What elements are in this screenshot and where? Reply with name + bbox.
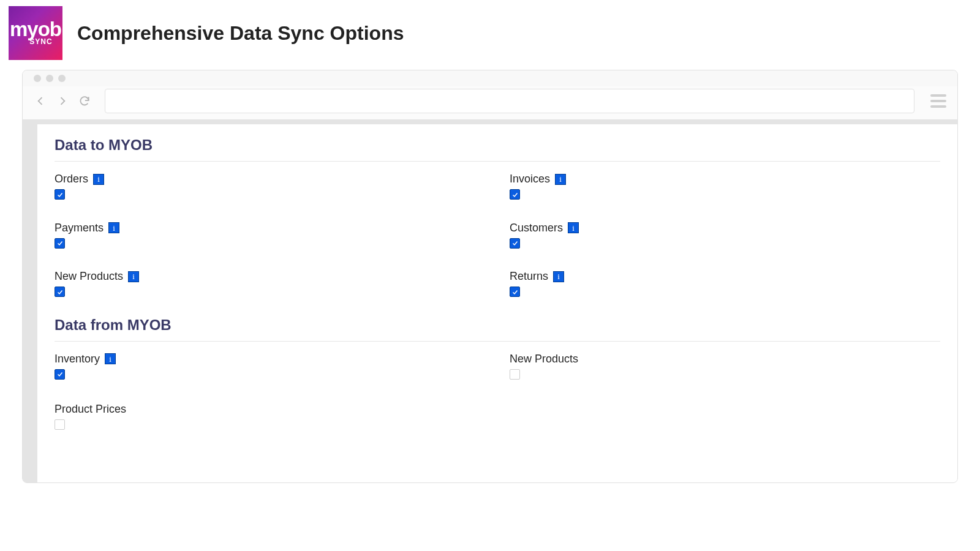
option-label-row: Paymentsi (55, 222, 485, 234)
info-icon[interactable]: i (555, 174, 566, 185)
checkbox-invoices[interactable] (510, 189, 520, 200)
traffic-light-close[interactable] (34, 75, 41, 82)
section-title-from-myob: Data from MYOB (55, 317, 940, 334)
section-title-to-myob: Data to MYOB (55, 137, 940, 154)
info-icon[interactable]: i (105, 353, 116, 364)
option-label: Payments (55, 222, 104, 234)
option-label: Returns (510, 270, 548, 283)
checkbox-customers[interactable] (510, 238, 520, 249)
myob-sync-logo: myob SYNC (9, 6, 62, 60)
option-label: Customers (510, 222, 563, 234)
option-customers: Customersi (510, 222, 940, 250)
divider (55, 161, 940, 162)
checkbox-new-products[interactable] (55, 287, 65, 297)
info-icon[interactable]: i (568, 222, 579, 233)
options-grid-to-myob: OrdersiInvoicesiPaymentsiCustomersiNew P… (55, 173, 940, 298)
option-label-row: New Products (510, 353, 940, 365)
option-new-products: New Products (510, 353, 940, 382)
option-inventory: Inventoryi (55, 353, 485, 382)
option-label-row: Inventoryi (55, 353, 485, 365)
option-label-row: Product Prices (55, 403, 485, 416)
content-inner: Data to MYOB OrdersiInvoicesiPaymentsiCu… (37, 124, 957, 482)
option-label: Inventory (55, 353, 100, 365)
url-input[interactable] (105, 89, 914, 113)
option-label: New Products (55, 270, 123, 283)
app-header: myob SYNC Comprehensive Data Sync Option… (0, 0, 980, 70)
logo-main-text: myob (10, 20, 61, 39)
checkbox-inventory[interactable] (55, 369, 65, 380)
option-returns: Returnsi (510, 270, 940, 298)
menu-icon[interactable] (930, 94, 946, 108)
option-label-row: New Productsi (55, 270, 485, 283)
checkbox-payments[interactable] (55, 238, 65, 249)
option-new-products: New Productsi (55, 270, 485, 298)
info-icon[interactable]: i (108, 222, 119, 233)
option-label: New Products (510, 353, 578, 365)
option-payments: Paymentsi (55, 222, 485, 250)
checkbox-orders[interactable] (55, 189, 65, 200)
logo-sub-text: SYNC (29, 37, 52, 46)
reload-icon[interactable] (78, 94, 91, 108)
page-title: Comprehensive Data Sync Options (77, 22, 404, 45)
options-grid-from-myob: InventoryiNew ProductsProduct Prices (55, 353, 940, 432)
browser-tabbar (23, 70, 957, 86)
info-icon[interactable]: i (128, 271, 139, 282)
divider (55, 341, 940, 342)
traffic-light-maximize[interactable] (58, 75, 66, 82)
browser-toolbar (23, 86, 957, 119)
checkbox-returns[interactable] (510, 287, 520, 297)
checkbox-product-prices[interactable] (55, 419, 65, 430)
option-invoices: Invoicesi (510, 173, 940, 201)
option-label: Invoices (510, 173, 550, 186)
option-label-row: Returnsi (510, 270, 940, 283)
option-label-row: Invoicesi (510, 173, 940, 186)
info-icon[interactable]: i (93, 174, 104, 185)
option-label-row: Customersi (510, 222, 940, 234)
option-orders: Ordersi (55, 173, 485, 201)
forward-icon[interactable] (56, 94, 69, 108)
back-icon[interactable] (34, 94, 47, 108)
option-label: Orders (55, 173, 88, 186)
option-label-row: Ordersi (55, 173, 485, 186)
traffic-light-minimize[interactable] (46, 75, 53, 82)
option-label: Product Prices (55, 403, 126, 416)
checkbox-new-products[interactable] (510, 369, 520, 380)
browser-frame: Data to MYOB OrdersiInvoicesiPaymentsiCu… (22, 70, 958, 483)
option-product-prices: Product Prices (55, 403, 485, 432)
info-icon[interactable]: i (553, 271, 564, 282)
content-area: Data to MYOB OrdersiInvoicesiPaymentsiCu… (23, 119, 957, 482)
